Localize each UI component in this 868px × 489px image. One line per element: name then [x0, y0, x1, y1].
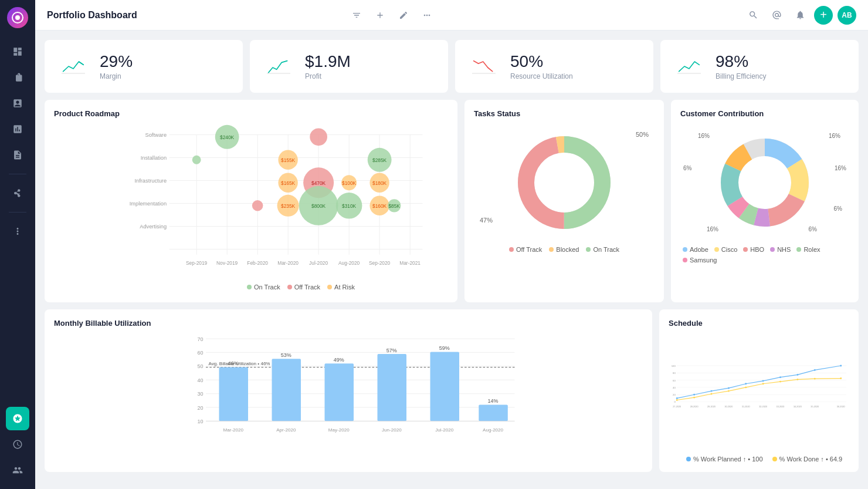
filter-icon[interactable]: [348, 7, 365, 23]
svg-text:Nov-2019: Nov-2019: [216, 260, 238, 266]
svg-text:32-2020: 32-2020: [759, 406, 767, 408]
svg-text:10: 10: [197, 419, 203, 424]
svg-text:Feb-2020: Feb-2020: [247, 260, 268, 266]
sidebar-item-git[interactable]: [6, 181, 29, 205]
profit-label: Profit: [305, 72, 351, 80]
margin-label: Margin: [100, 72, 133, 80]
customer-contribution-card: Customer Contribution: [671, 100, 859, 302]
svg-text:$165K: $165K: [281, 180, 296, 186]
sidebar-item-more[interactable]: [6, 220, 29, 243]
svg-rect-92: [272, 359, 301, 421]
sidebar-item-tasks[interactable]: [6, 92, 29, 115]
svg-text:20: 20: [197, 405, 203, 411]
svg-text:Sep-2020: Sep-2020: [369, 260, 391, 266]
svg-text:$85K: $85K: [388, 203, 400, 209]
monthly-billable-card: Monthly Billable Utilization 70 60: [45, 309, 652, 472]
svg-text:Sep-2019: Sep-2019: [186, 260, 208, 266]
svg-point-143: [728, 390, 730, 392]
search-button[interactable]: [744, 6, 762, 25]
svg-point-149: [840, 377, 842, 379]
monthly-billable-title: Monthly Billable Utilization: [54, 319, 643, 328]
svg-text:Aug-2020: Aug-2020: [338, 260, 360, 266]
more-icon[interactable]: [419, 7, 435, 23]
product-roadmap-title: Product Roadmap: [54, 109, 448, 118]
svg-text:53%: 53%: [281, 352, 291, 358]
legend-at-risk: At Risk: [327, 284, 355, 291]
resource-trend-icon: [469, 52, 499, 81]
svg-text:14%: 14%: [488, 398, 499, 404]
svg-text:33-2020: 33-2020: [777, 406, 785, 408]
sidebar-item-time[interactable]: [6, 433, 29, 456]
svg-text:$100K: $100K: [342, 180, 357, 186]
svg-text:$160K: $160K: [372, 203, 387, 209]
svg-text:May-2020: May-2020: [328, 427, 350, 433]
billing-label: Billing Efficiency: [716, 72, 766, 80]
schedule-card: Schedule 100 80 60 40: [659, 309, 859, 472]
sidebar-item-analytics[interactable]: [6, 407, 29, 430]
svg-point-133: [728, 387, 730, 389]
svg-text:57%: 57%: [386, 348, 397, 353]
svg-point-36: [192, 156, 201, 164]
charts-row: Product Roadmap: [45, 100, 859, 302]
svg-text:40: 40: [197, 377, 203, 383]
svg-text:20: 20: [673, 393, 676, 396]
svg-point-131: [693, 394, 695, 396]
mention-button[interactable]: [767, 6, 786, 25]
sidebar-item-people[interactable]: [6, 458, 29, 482]
schedule-title: Schedule: [669, 319, 849, 328]
svg-text:Avg. Billable Utilization • 46: Avg. Billable Utilization • 46%: [209, 361, 270, 366]
svg-text:$235K: $235K: [281, 203, 296, 209]
planned-legend: % Work Planned ↑ • 100: [686, 456, 763, 463]
svg-text:70: 70: [197, 336, 203, 342]
tasks-on-track-legend: On Track: [586, 246, 619, 253]
svg-text:46%: 46%: [228, 360, 239, 366]
main-content: Portfolio Dashboard + AB: [35, 0, 868, 489]
tasks-legend: Off Track Blocked On Track: [474, 246, 655, 253]
roadmap-legend: On Track Off Track At Risk: [54, 281, 448, 293]
svg-text:34-2020: 34-2020: [794, 406, 802, 408]
svg-text:Jul-2020: Jul-2020: [309, 260, 328, 266]
kpi-profit: $1.9M Profit: [250, 40, 448, 93]
margin-value: 29%: [100, 52, 133, 71]
svg-text:Mar-2020: Mar-2020: [277, 260, 299, 266]
tasks-off-track-legend: Off Track: [509, 246, 542, 253]
bar-chart-container: 70 60 50 40 30 20 10 Avg. Billable Utili…: [54, 333, 643, 439]
add-icon[interactable]: [372, 7, 388, 23]
svg-point-139: [840, 365, 842, 367]
svg-point-130: [676, 397, 678, 399]
svg-text:Installation: Installation: [141, 155, 167, 161]
edit-icon[interactable]: [395, 7, 412, 23]
notification-button[interactable]: [791, 6, 809, 25]
tasks-status-title: Tasks Status: [474, 109, 655, 118]
svg-text:0: 0: [674, 400, 676, 403]
svg-text:100: 100: [672, 365, 676, 367]
svg-point-145: [762, 383, 764, 385]
svg-point-142: [711, 393, 713, 395]
done-legend: % Work Done ↑ • 64.9: [772, 456, 843, 463]
svg-text:80: 80: [673, 372, 676, 375]
schedule-svg: 100 80 60 40 20 0 27-2020 28-2020 29-202…: [669, 333, 849, 451]
svg-point-134: [745, 383, 747, 385]
resource-value: 50%: [510, 52, 573, 71]
bubble-chart: Software Installation Infrastructure Imp…: [54, 124, 448, 276]
svg-point-1: [15, 15, 20, 20]
svg-text:$240K: $240K: [220, 134, 235, 140]
svg-point-136: [779, 376, 781, 378]
svg-text:29-2020: 29-2020: [707, 406, 716, 408]
svg-rect-95: [325, 363, 354, 421]
sidebar-item-portfolio[interactable]: [6, 66, 29, 89]
user-avatar[interactable]: AB: [838, 6, 856, 25]
sidebar-item-reports[interactable]: [6, 117, 29, 141]
svg-text:$285K: $285K: [372, 157, 387, 163]
svg-text:Mar-2020: Mar-2020: [223, 427, 244, 433]
svg-text:40: 40: [673, 386, 676, 389]
tasks-50-label: 50%: [636, 131, 649, 138]
quick-add-button[interactable]: +: [814, 6, 833, 25]
tasks-donut: [511, 130, 617, 235]
app-logo[interactable]: [7, 7, 28, 28]
sidebar-item-dashboard[interactable]: [6, 40, 29, 63]
svg-point-144: [745, 387, 747, 389]
svg-point-141: [693, 397, 695, 399]
sidebar-item-documents[interactable]: [6, 143, 29, 167]
dashboard: 29% Margin $1.9M Profit: [35, 31, 868, 489]
